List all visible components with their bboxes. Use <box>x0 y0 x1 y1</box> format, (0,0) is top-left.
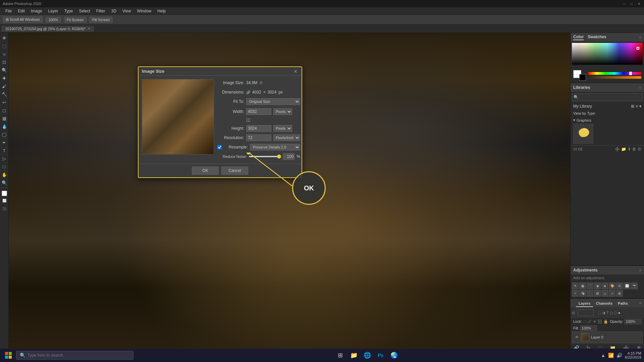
menu-image[interactable]: Image <box>28 8 45 14</box>
background-swatch[interactable] <box>579 74 586 81</box>
resample-checkbox[interactable] <box>217 145 222 149</box>
gear-icon[interactable]: ⚙ <box>259 80 263 85</box>
selective-color-icon[interactable]: ◍ <box>616 290 623 297</box>
menu-layer[interactable]: Layer <box>45 8 61 14</box>
color-panel-header[interactable]: Color Swatches ≡ <box>571 33 644 42</box>
filter-smart-icon[interactable]: ⬡ <box>614 311 617 315</box>
cancel-button[interactable]: Cancel <box>221 167 248 175</box>
eyedropper-tool[interactable]: 🔍 <box>1 66 8 74</box>
layers-search[interactable] <box>578 309 594 316</box>
menu-help[interactable]: Help <box>155 8 168 14</box>
opacity-slider-track[interactable] <box>588 76 641 79</box>
channel-mixer-icon[interactable]: ≈ <box>572 290 579 297</box>
zoom-ok-indicator[interactable]: OK <box>292 171 326 205</box>
start-button[interactable] <box>3 350 14 361</box>
minimize-button[interactable]: ─ <box>622 1 627 6</box>
fit-screen-button[interactable]: Fit Screen <box>64 17 87 23</box>
mask-mode[interactable]: ⬜ <box>1 197 8 204</box>
zoom-tool[interactable]: 🔍 <box>1 179 8 186</box>
dodge-tool[interactable]: ◯ <box>1 131 8 138</box>
libraries-search-input[interactable] <box>580 95 641 99</box>
lock-all-icon[interactable]: 🔒 <box>603 319 608 324</box>
crop-tool[interactable]: ⊡ <box>1 58 8 66</box>
noise-slider-track[interactable] <box>249 156 281 157</box>
library-settings-icon[interactable]: ⚙ <box>638 147 641 152</box>
lock-position-icon[interactable]: ✛ <box>593 319 596 324</box>
layer-visibility-icon[interactable]: 👁 <box>575 335 579 340</box>
ok-button[interactable]: OK <box>192 167 219 175</box>
color-lookup-icon[interactable]: 🎭 <box>579 290 586 297</box>
select-tool[interactable]: ⬚ <box>1 42 8 50</box>
grid-view-btn[interactable]: ⊞ <box>631 104 634 109</box>
filter-pixel-icon[interactable]: ⬚ <box>598 311 601 315</box>
invert-icon[interactable]: ⬛ <box>587 290 593 297</box>
exposure-icon[interactable]: ◑ <box>594 283 601 289</box>
filter-adjust-icon[interactable]: ◑ <box>602 311 605 315</box>
taskbar-task-view[interactable]: ⊞ <box>335 350 346 361</box>
height-input[interactable] <box>246 125 271 132</box>
list-view-btn[interactable]: ≡ <box>636 104 638 109</box>
lock-artboard-icon[interactable]: ⬛ <box>597 319 602 324</box>
library-add-icon[interactable]: ➕ <box>615 147 620 152</box>
paths-tab[interactable]: Paths <box>615 300 631 307</box>
swatches-tab[interactable]: Swatches <box>588 35 606 40</box>
width-input[interactable] <box>246 108 271 115</box>
hue-saturation-icon[interactable]: 🎨 <box>609 283 615 289</box>
taskbar-search-input[interactable] <box>28 353 121 358</box>
layers-tab[interactable]: Layers <box>576 300 593 307</box>
gradient-map-icon[interactable]: ▱ <box>609 290 615 297</box>
network-icon[interactable]: 📶 <box>608 353 614 358</box>
clone-tool[interactable]: 🔨 <box>1 90 8 98</box>
tab-close-button[interactable]: ✕ <box>88 27 90 31</box>
scroll-all-windows-button[interactable]: ⊞ Scroll All Windows <box>3 16 43 23</box>
layers-collapse[interactable]: ≡ <box>639 301 641 305</box>
menu-file[interactable]: File <box>3 8 14 14</box>
channels-tab[interactable]: Channels <box>593 300 615 307</box>
width-unit-select[interactable]: Pixels <box>273 108 292 115</box>
black-white-icon[interactable]: ⬜ <box>624 283 630 289</box>
taskbar-chrome[interactable]: 🌏 <box>388 350 400 361</box>
library-selector[interactable]: My Library ⊞ ≡ ▾ <box>571 103 644 110</box>
blur-tool[interactable]: 💧 <box>1 123 8 130</box>
foreground-color-swatch[interactable] <box>2 191 7 196</box>
screen-mode[interactable]: ⬛ <box>1 205 8 212</box>
layers-search-input[interactable] <box>579 311 592 315</box>
fill-input[interactable] <box>580 325 597 331</box>
library-download-icon[interactable]: ⬇ <box>628 147 631 152</box>
hue-slider-track[interactable] <box>588 72 641 75</box>
resample-select[interactable]: Preserve Details 2.0 <box>250 144 300 150</box>
taskbar-browser[interactable]: 🌐 <box>362 350 373 361</box>
taskbar-search-bar[interactable]: 🔍 <box>16 351 133 360</box>
taskbar-photoshop[interactable]: Ps <box>375 350 386 361</box>
fit-to-select[interactable]: Original Size <box>246 98 300 105</box>
lasso-tool[interactable]: ⌾ <box>1 50 8 58</box>
menu-filter[interactable]: Filter <box>94 8 108 14</box>
library-dropdown-arrow[interactable]: ▾ <box>639 104 641 109</box>
taskbar-clock[interactable]: 4:15 PM 8/22/2019 <box>625 351 641 359</box>
dimensions-dropdown-icon[interactable]: 🔗 <box>246 90 250 94</box>
photo-filter-icon[interactable]: 📷 <box>631 283 638 289</box>
adjustments-panel-header[interactable]: Adjustments ≡ <box>571 266 644 275</box>
levels-icon[interactable]: ▦ <box>579 283 586 289</box>
graphics-chevron[interactable]: ▾ <box>573 118 575 122</box>
libraries-collapse[interactable]: ≡ <box>639 86 641 89</box>
lock-transparent-icon[interactable]: ⬚ <box>583 319 587 324</box>
zoom-100-button[interactable]: 100% <box>46 17 61 23</box>
library-folder-icon[interactable]: 📁 <box>621 147 626 152</box>
noise-slider-thumb[interactable] <box>277 155 281 159</box>
color-balance-icon[interactable]: ⚖ <box>616 283 623 289</box>
menu-view[interactable]: View <box>120 8 134 14</box>
vibrance-icon[interactable]: ◈ <box>601 283 608 289</box>
history-brush-tool[interactable]: ↩ <box>1 99 8 106</box>
curves-icon[interactable]: ⌒ <box>587 283 593 289</box>
layers-panel-header[interactable]: Layers Channels Paths ≡ <box>571 299 644 307</box>
adjustments-collapse[interactable]: ≡ <box>639 268 641 272</box>
menu-3d[interactable]: 3D <box>108 8 119 14</box>
taskbar-file-explorer[interactable]: 📁 <box>348 350 360 361</box>
posterize-icon[interactable]: ▤ <box>594 290 601 297</box>
maximize-button[interactable]: □ <box>629 1 634 6</box>
menu-type[interactable]: Type <box>61 8 75 14</box>
library-trash-icon[interactable]: 🗑 <box>632 147 636 152</box>
hand-tool[interactable]: ✋ <box>1 171 8 178</box>
color-picker-cursor[interactable] <box>637 47 639 50</box>
